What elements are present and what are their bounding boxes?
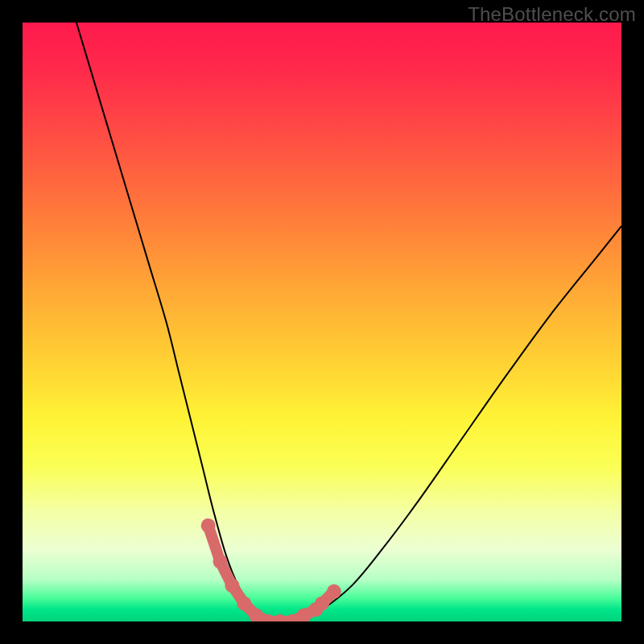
watermark-text: TheBottleneck.com xyxy=(468,3,636,26)
marker-dot xyxy=(201,518,216,533)
marker-dot xyxy=(225,578,239,592)
bottleneck-curve xyxy=(76,23,621,621)
marker-dot xyxy=(315,597,329,611)
marker-dot xyxy=(237,597,251,611)
chart-area xyxy=(23,23,621,621)
marker-dot xyxy=(327,584,341,599)
marker-dot xyxy=(213,555,228,569)
bottleneck-plot xyxy=(23,23,621,621)
